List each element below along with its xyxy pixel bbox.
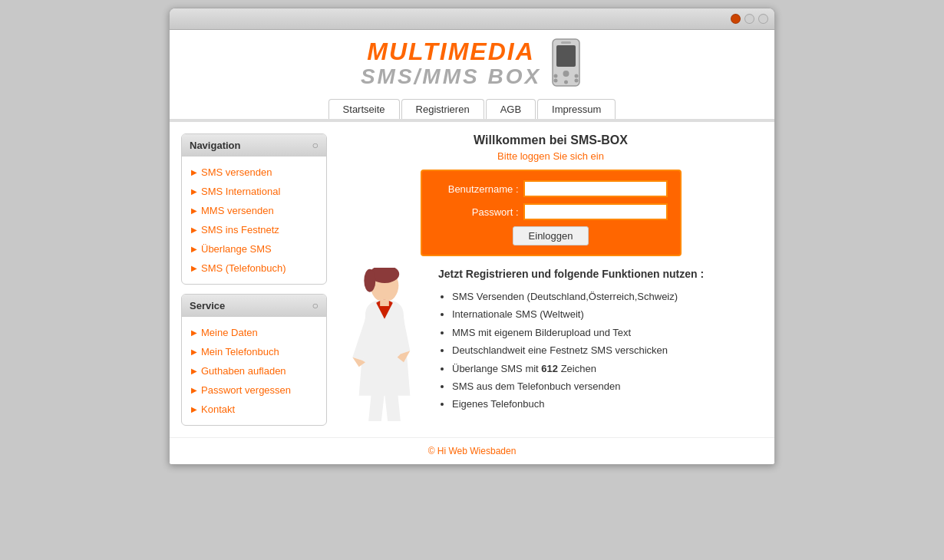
welcome-title: Willkommen bei SMS-BOX <box>338 133 763 147</box>
arrow-icon: ▶ <box>191 367 197 375</box>
arrow-icon: ▶ <box>191 226 197 234</box>
logo-text: MULTIMEDIA SMS/MMS BOX <box>361 38 541 89</box>
login-subtitle: Bitte loggen Sie sich ein <box>338 150 763 162</box>
logo-smsbox: SMS/MMS BOX <box>361 65 541 89</box>
arrow-icon: ▶ <box>191 386 197 394</box>
arrow-icon: ▶ <box>191 328 197 337</box>
header-area: MULTIMEDIA SMS/MMS BOX St <box>170 30 774 120</box>
features-title: Jetzt Registrieren und folgende Funktion… <box>438 268 763 280</box>
nav-link-mms-versenden[interactable]: ▶ MMS versenden <box>182 201 326 220</box>
username-row: Benutzername : <box>434 180 668 197</box>
features-section: Jetzt Registrieren und folgende Funktion… <box>438 268 763 413</box>
feature-item: SMS aus dem Telefonbuch versenden <box>452 377 763 395</box>
nav-tabs: Startseite Registrieren AGB Impressum <box>170 96 774 119</box>
service-title: Service <box>190 300 225 311</box>
service-link-meine-daten[interactable]: ▶ Meine Daten <box>182 323 326 342</box>
navigation-box-header: Navigation ○ <box>182 134 326 156</box>
service-link-label: Guthaben aufladen <box>201 365 286 377</box>
arrow-icon: ▶ <box>191 405 197 413</box>
username-input[interactable] <box>523 180 668 197</box>
nav-link-label: Überlange SMS <box>201 243 272 255</box>
main-outer: Navigation ○ ▶ SMS versenden ▶ SMS Inter… <box>170 120 774 464</box>
service-link-label: Passwort vergessen <box>201 384 291 396</box>
username-label: Benutzername : <box>434 183 519 195</box>
svg-point-7 <box>554 74 558 78</box>
nav-link-label: SMS International <box>201 186 280 197</box>
service-link-passwort[interactable]: ▶ Passwort vergessen <box>182 380 326 400</box>
nav-link-label: MMS versenden <box>201 205 274 216</box>
feature-item: SMS Versenden (Deutschland,Österreich,Sc… <box>452 288 763 305</box>
login-button[interactable]: Einloggen <box>513 226 589 245</box>
password-row: Passwort : <box>434 203 668 220</box>
service-header-icon: ○ <box>312 299 319 311</box>
service-link-kontakt[interactable]: ▶ Kontakt <box>182 400 326 419</box>
arrow-icon: ▶ <box>191 245 197 253</box>
password-input[interactable] <box>523 203 668 220</box>
navigation-box-body: ▶ SMS versenden ▶ SMS International ▶ MM… <box>182 156 326 284</box>
sidebar: Navigation ○ ▶ SMS versenden ▶ SMS Inter… <box>181 133 327 426</box>
feature-item: Internationale SMS (Weltweit) <box>452 305 763 323</box>
close-button[interactable] <box>731 14 741 24</box>
minimize-button[interactable] <box>744 14 754 24</box>
service-box-header: Service ○ <box>182 295 326 317</box>
navigation-box: Navigation ○ ▶ SMS versenden ▶ SMS Inter… <box>181 133 327 285</box>
window-controls <box>731 14 768 24</box>
nav-link-ueberlange-sms[interactable]: ▶ Überlange SMS <box>182 239 326 259</box>
password-label: Passwort : <box>434 206 519 218</box>
feature-item: MMS mit eigenem Bilderupload und Text <box>452 324 763 341</box>
nav-link-label: SMS (Telefonbuch) <box>201 262 286 274</box>
tab-startseite[interactable]: Startseite <box>328 99 400 119</box>
service-link-label: Kontakt <box>201 404 235 415</box>
tab-registrieren[interactable]: Registrieren <box>401 99 484 119</box>
svg-point-5 <box>564 81 568 84</box>
logo-multimedia: MULTIMEDIA <box>361 38 541 65</box>
svg-rect-1 <box>556 45 576 67</box>
nav-link-sms-telefonbuch[interactable]: ▶ SMS (Telefonbuch) <box>182 259 326 278</box>
svg-point-6 <box>575 79 579 83</box>
phone-icon <box>549 38 583 90</box>
svg-point-4 <box>554 79 558 83</box>
service-link-guthaben[interactable]: ▶ Guthaben aufladen <box>182 361 326 380</box>
navigation-header-icon: ○ <box>312 139 319 151</box>
feature-item: Überlange SMS mit 612 Zeichen <box>452 360 763 377</box>
service-link-label: Mein Telefonbuch <box>201 346 279 357</box>
nav-link-label: SMS versenden <box>201 166 272 178</box>
svg-point-11 <box>364 269 375 292</box>
logo-area: MULTIMEDIA SMS/MMS BOX <box>170 38 774 96</box>
person-image <box>338 268 431 421</box>
nav-link-sms-international[interactable]: ▶ SMS International <box>182 182 326 201</box>
maximize-button[interactable] <box>758 14 768 24</box>
nav-link-sms-festnetz[interactable]: ▶ SMS ins Festnetz <box>182 220 326 239</box>
svg-rect-12 <box>380 300 389 306</box>
svg-rect-3 <box>561 41 571 44</box>
feature-item: Eigenes Telefonbuch <box>452 395 763 413</box>
service-box-body: ▶ Meine Daten ▶ Mein Telefonbuch ▶ Gutha… <box>182 317 326 425</box>
navigation-title: Navigation <box>190 140 240 151</box>
login-btn-row: Einloggen <box>434 226 668 245</box>
nav-link-sms-versenden[interactable]: ▶ SMS versenden <box>182 163 326 182</box>
service-link-label: Meine Daten <box>201 327 258 338</box>
tab-agb[interactable]: AGB <box>486 99 536 119</box>
footer: © Hi Web Wiesbaden <box>170 437 774 464</box>
login-form: Benutzername : Passwort : Einloggen <box>421 170 682 256</box>
tab-impressum[interactable]: Impressum <box>537 99 616 119</box>
arrow-icon: ▶ <box>191 187 197 196</box>
main-content: Navigation ○ ▶ SMS versenden ▶ SMS Inter… <box>170 122 774 437</box>
right-content: Willkommen bei SMS-BOX Bitte loggen Sie … <box>338 133 763 426</box>
svg-point-2 <box>563 71 569 77</box>
arrow-icon: ▶ <box>191 206 197 215</box>
arrow-icon: ▶ <box>191 264 197 272</box>
footer-link[interactable]: © Hi Web Wiesbaden <box>428 446 517 456</box>
nav-link-label: SMS ins Festnetz <box>201 224 279 236</box>
svg-point-8 <box>575 74 579 78</box>
title-bar <box>170 8 774 30</box>
service-link-mein-telefonbuch[interactable]: ▶ Mein Telefonbuch <box>182 342 326 361</box>
service-box: Service ○ ▶ Meine Daten ▶ Mein Telefonbu… <box>181 294 327 426</box>
arrow-icon: ▶ <box>191 168 197 176</box>
features-list: SMS Versenden (Deutschland,Österreich,Sc… <box>438 288 763 413</box>
browser-window: MULTIMEDIA SMS/MMS BOX St <box>169 8 775 465</box>
feature-item: Deutschlandweit eine Festnetz SMS versch… <box>452 341 763 359</box>
lower-section: Jetzt Registrieren und folgende Funktion… <box>338 268 763 421</box>
arrow-icon: ▶ <box>191 348 197 356</box>
